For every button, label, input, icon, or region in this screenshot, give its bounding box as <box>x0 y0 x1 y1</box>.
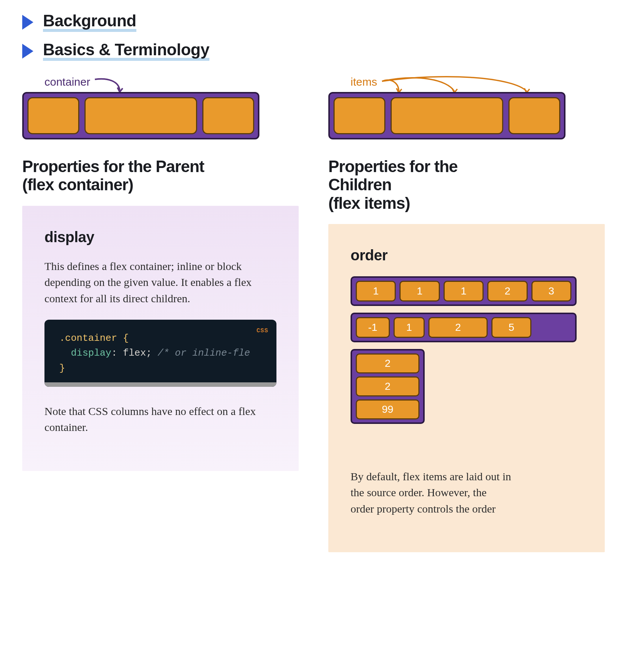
accordion-title: Basics & Terminology <box>43 42 209 61</box>
column-children: items Properties for the Children ( <box>328 76 605 552</box>
order-box: 2 <box>428 317 488 338</box>
accordion-background[interactable]: Background <box>22 13 605 32</box>
diagram-label-container: container <box>44 76 299 92</box>
code-selector: .container <box>59 333 117 344</box>
arrow-icon <box>93 76 126 92</box>
flex-item-box <box>84 97 197 134</box>
flex-item-box <box>27 97 79 134</box>
desc-line: order property controls the order <box>351 503 496 515</box>
arrows-icon <box>380 76 536 92</box>
order-box: 3 <box>531 281 571 302</box>
order-box: 2 <box>356 376 419 396</box>
code-semicolon: ; <box>146 347 152 359</box>
code-property: display <box>71 347 111 359</box>
property-intro: This defines a flex container; inline or… <box>44 258 276 307</box>
parent-heading: Properties for the Parent (flex containe… <box>22 157 299 194</box>
items-diagram <box>328 92 565 139</box>
flex-item-box <box>508 97 560 134</box>
order-box: 1 <box>356 281 396 302</box>
code-brace: } <box>59 363 65 374</box>
order-box: 2 <box>487 281 527 302</box>
flex-item-box <box>202 97 254 134</box>
heading-line: Properties for the <box>328 157 458 175</box>
desc-line: the source order. However, the <box>351 486 487 498</box>
order-box: 1 <box>399 281 439 302</box>
heading-line: (flex container) <box>22 175 133 194</box>
order-column: 2 2 99 <box>351 349 425 424</box>
code-brace: { <box>123 333 129 344</box>
flex-item-box <box>391 97 503 134</box>
heading-line: (flex items) <box>328 194 410 212</box>
desc-line: By default, flex items are laid out in <box>351 470 511 482</box>
chevron-right-icon <box>22 44 33 59</box>
order-box: -1 <box>356 317 390 338</box>
code-block[interactable]: CSS.container { display: flex; /* or inl… <box>44 320 276 387</box>
order-diagram: 1 1 1 2 3 -1 1 2 5 2 2 9 <box>351 276 583 424</box>
order-box: 1 <box>444 281 484 302</box>
code-comment: /* or inline-fle <box>157 347 250 359</box>
heading-line: Properties for the Parent <box>22 157 204 175</box>
property-title: order <box>351 244 583 266</box>
order-box: 5 <box>491 317 531 338</box>
property-card-display: display This defines a flex container; i… <box>22 206 299 471</box>
property-note: Note that CSS columns have no effect on … <box>44 403 276 435</box>
label-text: items <box>351 76 377 88</box>
code-value: flex <box>123 347 146 359</box>
order-box: 1 <box>394 317 425 338</box>
accordion-basics[interactable]: Basics & Terminology <box>22 42 605 61</box>
code-language-badge: CSS <box>256 326 268 336</box>
order-row: 1 1 1 2 3 <box>351 276 577 306</box>
flex-item-box <box>334 97 385 134</box>
order-row: -1 1 2 5 <box>351 313 577 342</box>
property-card-order: order 1 1 1 2 3 -1 1 2 5 <box>328 224 605 553</box>
code-colon: : <box>111 347 117 359</box>
chevron-right-icon <box>22 15 33 30</box>
container-diagram <box>22 92 259 139</box>
property-title: display <box>44 226 276 248</box>
label-text: container <box>44 76 90 88</box>
order-box: 99 <box>356 399 419 419</box>
order-box: 2 <box>356 353 419 373</box>
column-parent: container Properties for the Parent (fle… <box>22 76 299 471</box>
children-heading: Properties for the Children (flex items) <box>328 157 605 212</box>
heading-line: Children <box>328 175 391 194</box>
accordion-title: Background <box>43 13 136 32</box>
property-desc: By default, flex items are laid out in t… <box>351 468 583 517</box>
diagram-label-items: items <box>351 76 605 92</box>
